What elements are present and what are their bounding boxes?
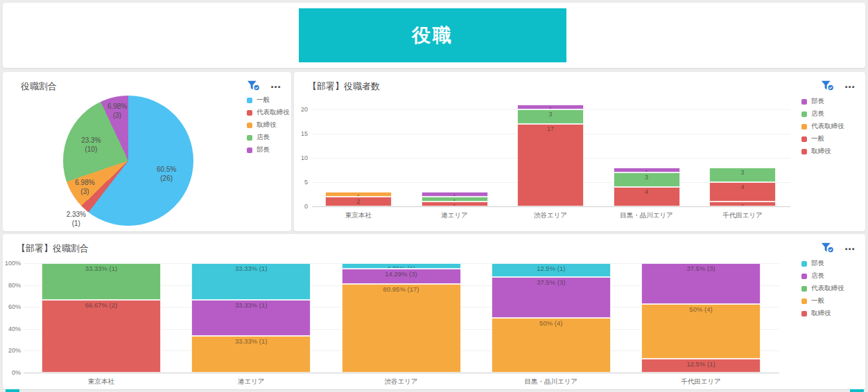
bar-value-label: 3 bbox=[710, 169, 775, 176]
bar-segment[interactable]: 1 bbox=[422, 192, 488, 197]
legend-item[interactable]: 取締役 bbox=[247, 121, 290, 130]
legend-item[interactable]: 一般 bbox=[801, 134, 844, 143]
legend-label: 店長 bbox=[257, 133, 270, 142]
bar-segment[interactable]: 4 bbox=[614, 187, 680, 206]
legend-item[interactable]: 店長 bbox=[801, 271, 844, 280]
legend-swatch bbox=[801, 274, 807, 279]
bar-pct-label: 50% (4) bbox=[492, 319, 610, 327]
legend-item[interactable]: 店長 bbox=[247, 133, 290, 142]
legend-item[interactable]: 部長 bbox=[801, 259, 844, 268]
legend-label: 代表取締役 bbox=[811, 284, 844, 293]
gridline bbox=[24, 373, 779, 373]
bar-segment[interactable]: 17 bbox=[517, 124, 584, 206]
pie-count-label: (3) bbox=[107, 111, 127, 120]
pie-count-label: (1) bbox=[67, 219, 86, 228]
bar-segment[interactable]: 1 bbox=[614, 168, 680, 172]
bar-segment[interactable]: 1 bbox=[422, 197, 488, 202]
bar-value-label: 4 bbox=[710, 184, 775, 190]
legend-label: 取締役 bbox=[811, 309, 831, 318]
x-axis-label: 東京本社 bbox=[39, 377, 164, 386]
more-options-button[interactable]: ⋯ bbox=[844, 246, 856, 253]
bar-segment[interactable]: 33.33% (1) bbox=[191, 336, 311, 373]
banner: 役職 bbox=[299, 8, 566, 62]
legend-item[interactable]: 一般 bbox=[247, 96, 290, 105]
legend-item[interactable]: 一般 bbox=[801, 296, 844, 305]
bar-segment[interactable]: 12.5% (1) bbox=[641, 359, 761, 373]
x-axis-label: 目黒・品川エリア bbox=[489, 377, 614, 386]
filter-icon[interactable] bbox=[246, 80, 261, 94]
legend-swatch bbox=[801, 99, 807, 105]
legend-swatch bbox=[801, 124, 807, 130]
bar-segment[interactable]: 1 bbox=[325, 192, 392, 197]
bar-pct-label: 33.33% (1) bbox=[192, 265, 310, 272]
legend-swatch bbox=[801, 112, 807, 117]
bar-segment[interactable]: 1 bbox=[517, 105, 584, 109]
bar-pct-label: 4.76% (1) bbox=[342, 265, 460, 269]
bar-pct-label: 33.33% (1) bbox=[192, 301, 310, 309]
bar-segment[interactable]: 12.5% (1) bbox=[492, 263, 611, 277]
legend-item[interactable]: 代表取締役 bbox=[801, 122, 844, 131]
x-axis-label: 渋谷エリア bbox=[502, 211, 599, 220]
legend-swatch bbox=[801, 149, 807, 154]
x-axis-label: 千代田エリア bbox=[639, 377, 763, 386]
bar-segment[interactable]: 33.33% (1) bbox=[42, 263, 161, 300]
pie-count-label: (26) bbox=[157, 174, 176, 183]
bar-segment[interactable]: 80.95% (17) bbox=[342, 284, 461, 373]
legend-label: 代表取締役 bbox=[811, 122, 844, 131]
bar-value-label: 4 bbox=[614, 188, 679, 195]
bar-segment[interactable]: 14.29% (3) bbox=[342, 269, 461, 285]
pie-pct-label: 60.5% bbox=[157, 165, 176, 174]
legend-item[interactable]: 部長 bbox=[247, 145, 290, 154]
bar-pct-label: 37.5% (3) bbox=[492, 278, 610, 286]
bar-value-label: 17 bbox=[518, 125, 583, 132]
bar-segment[interactable]: 50% (4) bbox=[492, 318, 611, 373]
y-axis-tick: 15 bbox=[294, 130, 308, 137]
bar-pct-label: 12.5% (1) bbox=[642, 360, 760, 368]
bar-value-label: 3 bbox=[518, 111, 583, 118]
legend-item[interactable]: 代表取締役 bbox=[801, 284, 844, 293]
bar-segment[interactable]: 1 bbox=[709, 202, 776, 206]
more-options-button[interactable]: ⋯ bbox=[844, 84, 856, 91]
bar-pct-label: 66.67% (2) bbox=[42, 301, 160, 309]
legend-label: 一般 bbox=[811, 296, 824, 305]
pie-chart[interactable] bbox=[63, 96, 193, 226]
x-axis-label: 東京本社 bbox=[310, 211, 407, 220]
legend-item[interactable]: 取締役 bbox=[801, 309, 844, 318]
bar-segment[interactable]: 2 bbox=[325, 197, 392, 206]
bar-segment[interactable]: 33.33% (1) bbox=[191, 300, 311, 337]
bar-chart-card: 【部署】役職者数 ⋯ 0510152021東京本社111港エリア1731渋谷エリ… bbox=[294, 72, 865, 231]
filter-icon[interactable] bbox=[820, 242, 835, 256]
bar-segment[interactable]: 37.5% (3) bbox=[641, 263, 761, 304]
bar-segment[interactable]: 66.67% (2) bbox=[42, 300, 161, 373]
banner-card: 役職 bbox=[3, 3, 865, 68]
legend-item[interactable]: 店長 bbox=[801, 109, 844, 118]
legend-swatch bbox=[801, 286, 807, 292]
bar-segment[interactable]: 4.76% (1) bbox=[342, 263, 461, 269]
x-axis-label: 千代田エリア bbox=[694, 211, 791, 220]
next-card-peek bbox=[6, 389, 19, 392]
bar-segment[interactable]: 1 bbox=[422, 202, 488, 206]
more-options-button[interactable]: ⋯ bbox=[270, 84, 281, 91]
legend-item[interactable]: 部長 bbox=[801, 97, 844, 106]
bar-segment[interactable]: 3 bbox=[517, 109, 584, 124]
pie-slice-label: 6.98%(3) bbox=[75, 178, 94, 196]
legend-label: 部長 bbox=[257, 145, 270, 154]
legend-label: 店長 bbox=[811, 109, 824, 118]
bar-segment[interactable]: 50% (4) bbox=[641, 304, 761, 359]
legend-item[interactable]: 代表取締役 bbox=[247, 108, 290, 117]
bar-value-label: 1 bbox=[422, 193, 487, 197]
bar-pct-label: 14.29% (3) bbox=[342, 270, 460, 278]
filter-icon[interactable] bbox=[820, 80, 835, 94]
legend-swatch bbox=[247, 135, 252, 141]
bar-segment[interactable]: 4 bbox=[709, 182, 776, 202]
y-axis-tick: 60% bbox=[3, 303, 21, 310]
pie-count-label: (3) bbox=[75, 187, 94, 196]
next-card-peek bbox=[850, 389, 864, 392]
legend-swatch bbox=[247, 123, 252, 128]
legend-label: 一般 bbox=[811, 134, 824, 143]
bar-segment[interactable]: 37.5% (3) bbox=[492, 277, 611, 318]
legend-item[interactable]: 取締役 bbox=[801, 147, 844, 156]
bar-segment[interactable]: 3 bbox=[614, 172, 680, 187]
bar-segment[interactable]: 3 bbox=[709, 168, 776, 182]
bar-segment[interactable]: 33.33% (1) bbox=[191, 263, 311, 300]
